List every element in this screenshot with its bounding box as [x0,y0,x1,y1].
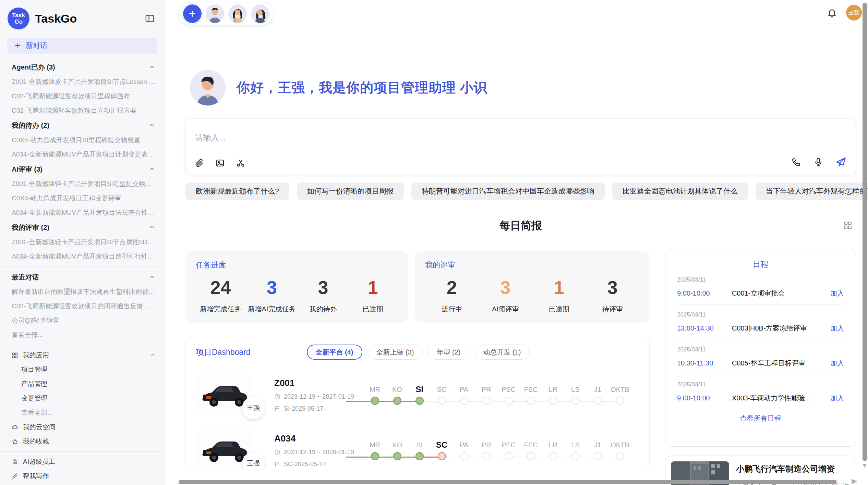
group-ai-review[interactable]: AI评审 (3) [0,162,165,177]
chevron-up-icon[interactable] [149,274,155,280]
chat-composer [185,119,856,174]
attachment-icon[interactable] [195,158,204,168]
list-item[interactable]: 解释最新出台的欧盟报废车法规再生塑料比例被调至15%... [0,285,165,299]
main-area: 王强 你好，王强，我是你的项目管理助理 小识 [165,0,868,485]
vertical-scrollbar[interactable] [863,3,867,461]
event-time: 9:00-10:00 [677,289,732,297]
stat: 24 新增完成任务 [198,276,243,314]
list-item[interactable]: Z001-全新燃油轻卡产品开发项目SI造型提交物评审 [0,177,165,191]
daily-briefing-title: 每日简报 [185,219,856,233]
right-panel: 日程 2025/03/11 9:00-10:00 C001-立项审批会 加入 2… [665,249,856,485]
scroll-right-arrow[interactable]: ▶ [852,477,857,485]
app-window: Task Go TaskGo 新对话 Agent已办 (3) Z001-全新燃油… [0,0,868,485]
chat-input[interactable] [186,119,856,153]
join-link[interactable]: 加入 [830,394,844,403]
group-agent-done[interactable]: Agent已办 (3) [0,60,165,75]
join-link[interactable]: 加入 [830,289,844,298]
add-member-button[interactable] [183,4,202,23]
schedule-event: 2025/03/11 9:00-10:00 C001-立项审批会 加入 [677,270,844,304]
sidebar-item-cloud-space[interactable]: 我的云空间 [0,420,165,434]
project-row[interactable]: 王强 A034 2023-12-19 ~ 2026-01-19 SC-2025-… [196,430,639,470]
chevron-up-icon[interactable] [149,166,155,172]
user-avatar[interactable]: 王强 [846,5,862,21]
schedule-event: 2025/03/11 10:30-11:30 C005-整车工程目标评审 加入 [677,339,844,374]
project-row[interactable]: 王强 Z001 2023-12-19 ~ 2027-01-19 SI-2025-… [196,375,639,415]
list-item[interactable]: Z001-全新燃油皮卡产品开发项目SI节点Lesson Learn报告 [0,75,165,89]
list-item[interactable]: A034-全新新能源MUV产品开发项目法规符合性评审 [0,206,165,220]
join-link[interactable]: 加入 [830,324,844,333]
suggestion-chip[interactable]: 当下年轻人对汽车外观有怎样的喜好趋势 [756,183,868,200]
microphone-icon[interactable] [813,157,823,167]
layout-grid-icon[interactable] [843,221,853,230]
event-name: X003-车辆动力学性能验... [732,394,825,403]
my-review-card: 我的评审 2 进行中 3 AI预评审 1 已逾期 [415,251,650,323]
list-item[interactable]: A034-全新新能源MUV产品开发项目计划变更表编写 [0,147,165,162]
event-time: 9:00-10:00 [677,394,732,402]
card-title: 我的评审 [425,260,639,270]
new-chat-button[interactable]: 新对话 [8,38,157,53]
list-item[interactable]: 查看全部... [0,328,165,342]
sidebar-item-change-mgmt[interactable]: 变更管理 [0,391,165,406]
suggestion-chip[interactable]: 比亚迪全固态电池计划具体说了什么 [612,183,748,200]
logo-line1: Task [12,12,25,18]
sidebar-item-view-all-apps[interactable]: 查看全部... [0,406,165,420]
assistant-greeting: 你好，王强，我是你的项目管理助理 小识 [190,70,487,105]
plus-icon [14,42,22,49]
stats-row: 任务进度 24 新增完成任务 3 新增AI完成任务 3 我的待办 [185,251,650,323]
suggestion-chip[interactable]: 特朗普可能对进口汽车增税会对中国车企造成哪些影响 [411,183,605,200]
list-item[interactable]: C02-飞腾新能源轻客改款项目的闭环通告反馈情况 [0,299,165,313]
sidebar-item-my-apps[interactable]: 我的应用 [0,348,165,362]
chevron-up-icon[interactable] [149,224,155,231]
tab-new-body[interactable]: 全新上装 (3) [368,345,423,360]
sidebar-item-project-mgmt[interactable]: 项目管理 [0,362,165,377]
notification-bell-icon[interactable] [827,8,837,18]
avatar[interactable] [206,4,224,23]
topbar-right: 王强 [827,5,862,21]
suggestion-chip[interactable]: 如何写一份清晰的项目周报 [297,183,404,200]
team-avatar-group [179,2,274,25]
group-my-review[interactable]: 我的评审 (2) [0,220,165,235]
flag-icon [274,461,280,467]
chevron-up-icon[interactable] [149,352,156,358]
project-milestone-date: SC-2025-05-17 [274,461,362,468]
card-title: 任务进度 [196,260,398,270]
send-icon[interactable] [835,156,847,168]
tab-powertrain[interactable]: 动总开发 (1) [475,345,530,360]
list-item[interactable]: C02-飞腾新能源轻客改款项目立项汇报方案 [0,103,165,118]
group-my-todo[interactable]: 我的待办 (2) [0,118,165,133]
join-link[interactable]: 加入 [830,359,844,368]
list-item[interactable]: 公司Q3轻卡销量 [0,313,165,328]
milestone-dot [438,397,446,405]
project-image: 王强 [196,375,253,415]
chevron-up-icon[interactable] [149,64,155,70]
sidebar-item-write-helper[interactable]: 帮我写作 [0,469,165,483]
list-item[interactable]: C0X4-动力总成开发项目SI里程碑提交物检查 [0,133,165,147]
group-recent-chats[interactable]: 最近对话 [0,270,165,285]
avatar[interactable] [251,4,269,23]
avatar[interactable] [228,4,247,23]
suggestion-chip[interactable]: 欧洲新规最近颁布了什么? [185,183,289,200]
scroll-down-arrow[interactable]: ▼ [861,462,868,469]
view-all-schedule-link[interactable]: 查看所有日程 [677,414,844,423]
sidebar-item-product-mgmt[interactable]: 产品管理 [0,377,165,391]
sidebar-collapse-icon[interactable] [144,13,156,24]
flag-icon [274,406,280,412]
sidebar-list: Agent已办 (3) Z001-全新燃油皮卡产品开发项目SI节点Lesson … [0,60,165,485]
image-icon[interactable] [215,158,225,168]
clock-icon [274,394,280,400]
list-item[interactable]: C0X4-动力总成开发项目工程变更评审 [0,191,165,206]
tab-new-platform[interactable]: 全新平台 (4) [307,345,362,360]
list-item[interactable]: A034-全新新能源MUV产品开发项目造型可行性评审 [0,249,165,264]
phone-icon[interactable] [791,157,801,167]
event-time: 13:00-14:30 [677,324,732,332]
horizontal-scrollbar[interactable] [179,480,837,484]
list-item[interactable]: C02-飞腾新能源轻客改款项目里程碑画布 [0,89,165,103]
star-icon [12,438,18,445]
sidebar-item-ai-staff[interactable]: AI超级员工 [0,455,165,469]
sidebar-item-favorites[interactable]: 我的收藏 [0,434,165,449]
tab-year-model[interactable]: 年型 (2) [428,345,469,360]
chevron-up-icon[interactable] [149,122,155,128]
scissors-icon[interactable] [236,158,245,168]
sidebar-item-creative-draw[interactable]: 创意制图 [0,483,165,485]
list-item[interactable]: Z001-全新燃油轻卡产品开发项目SI节点属性5D文件评审 [0,235,165,249]
